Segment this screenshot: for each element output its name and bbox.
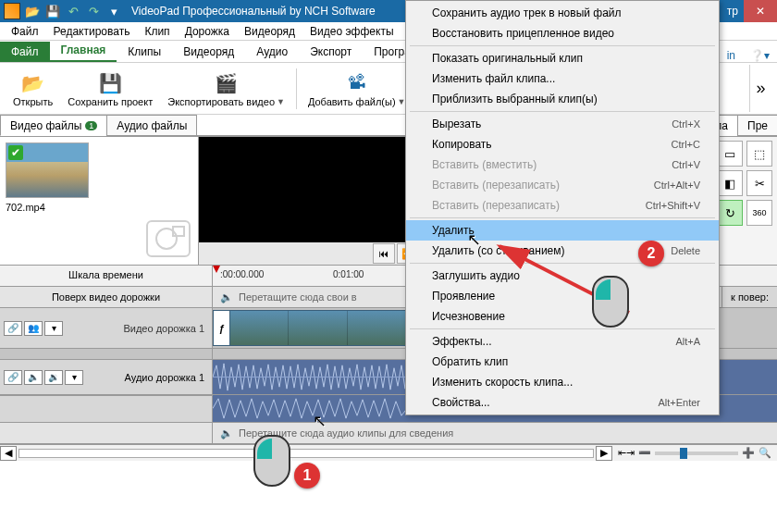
- ctx-show-orig[interactable]: Показать оригинальный клип: [406, 48, 719, 68]
- scroll-track[interactable]: [18, 449, 594, 458]
- audio-drop-row: 🔈 Перетащите сюда аудио клипы для сведен…: [0, 423, 777, 444]
- export-label: Экспортировать видео: [167, 96, 275, 107]
- zoom-in-icon[interactable]: ➕: [742, 447, 755, 459]
- tab-file[interactable]: Файл: [0, 42, 50, 62]
- tab-home[interactable]: Главная: [50, 40, 117, 62]
- close-button[interactable]: ✕: [744, 0, 777, 22]
- scroll-right-button[interactable]: ▶: [596, 446, 612, 461]
- ctx-copy-shortcut: Ctrl+C: [672, 139, 700, 150]
- tool-c[interactable]: ◧: [717, 170, 743, 196]
- ctx-zoom-clip-label: Приблизить выбранный клип(ы): [432, 93, 598, 105]
- ctx-paste-fit[interactable]: Вставить (вместить)Ctrl+V: [406, 155, 719, 175]
- track-link-icon[interactable]: 🔗: [4, 321, 22, 336]
- ctx-save-audio[interactable]: Сохранить аудио трек в новый файл: [406, 3, 719, 23]
- qat-more-icon[interactable]: ▾: [105, 3, 122, 19]
- tab-sequence[interactable]: Видеоряд: [172, 42, 245, 62]
- menu-videofx[interactable]: Видео эффекты: [302, 23, 401, 40]
- track-fx-icon[interactable]: 👥: [24, 321, 43, 336]
- audio-expand-icon[interactable]: ▾: [65, 370, 83, 385]
- ctx-cut-label: Вырезать: [432, 118, 481, 130]
- export-icon: 🎬: [214, 70, 240, 96]
- tool-a[interactable]: ▭: [717, 141, 743, 167]
- ctx-reverse[interactable]: Обратить клип: [406, 352, 719, 372]
- title-suffix: тр: [727, 5, 744, 18]
- linkedin-icon[interactable]: in: [720, 49, 743, 62]
- side-tools: ▭ ⬚ ◧ ✂ ↻ 360: [712, 137, 777, 265]
- mouse-marker-2: [592, 276, 629, 328]
- ctx-props[interactable]: Свойства...Alt+Enter: [406, 392, 719, 413]
- audio-solo-icon[interactable]: 🔉: [44, 370, 63, 385]
- save-project-button[interactable]: 💾 Сохранить проект: [60, 68, 160, 109]
- scroll-left-button[interactable]: ◀: [0, 446, 17, 461]
- clip-fx-button[interactable]: ƒ: [214, 311, 230, 345]
- add-files-button[interactable]: 📽 Добавить файл(ы)▼: [301, 68, 413, 109]
- tab-export[interactable]: Экспорт: [299, 42, 363, 62]
- tab-video-files[interactable]: Видео файлы 1: [0, 115, 107, 136]
- ctx-zoom-clip[interactable]: Приблизить выбранный клип(ы): [406, 89, 719, 109]
- ctx-restore-video[interactable]: Восстановить прицепленное видео: [406, 23, 719, 43]
- ctx-show-orig-label: Показать оригинальный клип: [432, 52, 583, 65]
- open-label: Открыть: [13, 96, 53, 107]
- qat-open-icon[interactable]: 📂: [24, 3, 41, 19]
- menu-clip[interactable]: Клип: [137, 23, 177, 40]
- save-icon: 💾: [97, 70, 123, 96]
- ctx-speed-label: Изменить скорость клипа...: [432, 376, 573, 389]
- video-clip[interactable]: ƒ: [213, 310, 407, 346]
- menu-track[interactable]: Дорожка: [178, 23, 237, 40]
- open-button[interactable]: 📂 Открыть: [6, 68, 60, 109]
- export-video-button[interactable]: 🎬 Экспортировать видео▼: [160, 68, 292, 109]
- track-expand-icon[interactable]: ▾: [44, 321, 63, 336]
- ctx-effects-shortcut: Alt+A: [675, 336, 700, 347]
- menu-file[interactable]: Файл: [4, 23, 46, 40]
- ribbon-expand-icon[interactable]: »: [749, 65, 771, 112]
- fit-icon[interactable]: ⇤⇥: [618, 447, 635, 459]
- qat: 📂 💾 ↶ ↷ ▾: [0, 3, 126, 19]
- qat-undo-icon[interactable]: ↶: [65, 3, 81, 19]
- ctx-speed[interactable]: Изменить скорость клипа...: [406, 372, 719, 392]
- media-bin: ✔ 702.mp4: [0, 137, 199, 265]
- add-label: Добавить файл(ы): [308, 96, 396, 107]
- ctx-props-shortcut: Alt+Enter: [658, 397, 700, 408]
- overlay-drop-text: Перетащите сюда свои в: [239, 291, 357, 303]
- zoom-out-icon[interactable]: ➖: [638, 447, 651, 459]
- ctx-paste-over-shortcut: Ctrl+Alt+V: [654, 179, 700, 191]
- qat-redo-icon[interactable]: ↷: [85, 3, 102, 19]
- ctx-ripple-delete-shortcut: Delete: [671, 245, 700, 256]
- menu-sequence[interactable]: Видеоряд: [237, 23, 302, 40]
- qat-save-icon[interactable]: 💾: [44, 3, 61, 19]
- tab-preview2[interactable]: Пре: [737, 115, 777, 136]
- ctx-paste-over2-shortcut: Ctrl+Shift+V: [646, 200, 700, 211]
- help-dropdown-icon[interactable]: ❔▾: [743, 49, 777, 62]
- ctx-paste-over2-label: Вставить (перезаписать): [432, 199, 560, 212]
- ctx-delete[interactable]: Удалить: [406, 220, 719, 241]
- mouse-marker-1: [253, 435, 290, 487]
- tool-b[interactable]: ⬚: [746, 141, 772, 167]
- tab-audio-files[interactable]: Аудио файлы: [106, 115, 197, 136]
- tab-audio-files-label: Аудио файлы: [117, 119, 187, 132]
- app-icon: [4, 3, 20, 19]
- audio-mute-icon[interactable]: 🔈: [24, 370, 43, 385]
- zoom-fit-icon[interactable]: 🔍: [758, 447, 771, 459]
- audio-drop-area[interactable]: 🔈 Перетащите сюда аудио клипы для сведен…: [213, 423, 777, 443]
- zoom-slider[interactable]: [655, 452, 738, 455]
- tool-360[interactable]: 360: [746, 200, 772, 226]
- overlay-right-hint: к повер:: [722, 287, 777, 307]
- tool-refresh[interactable]: ↻: [717, 200, 743, 226]
- ctx-change-file[interactable]: Изменить файл клипа...: [406, 68, 719, 89]
- ctx-fade-in-label: Проявление: [432, 290, 495, 303]
- ctx-paste-over[interactable]: Вставить (перезаписать)Ctrl+Alt+V: [406, 175, 719, 195]
- tab-preview2-label: Пре: [747, 119, 768, 132]
- menu-edit[interactable]: Редактировать: [46, 23, 138, 40]
- tab-audio[interactable]: Аудио: [245, 42, 299, 62]
- ctx-restore-video-label: Восстановить прицепленное видео: [432, 27, 614, 40]
- playhead-icon[interactable]: [213, 266, 220, 273]
- tool-d[interactable]: ✂: [746, 170, 772, 196]
- ctx-copy[interactable]: КопироватьCtrl+C: [406, 134, 719, 155]
- clip-thumbnail[interactable]: ✔: [6, 142, 89, 198]
- goto-start-button[interactable]: ⏮: [373, 243, 395, 264]
- ctx-cut[interactable]: ВырезатьCtrl+X: [406, 114, 719, 134]
- ctx-paste-over2[interactable]: Вставить (перезаписать)Ctrl+Shift+V: [406, 195, 719, 216]
- tab-clips[interactable]: Клипы: [117, 42, 172, 62]
- ctx-effects[interactable]: Эффекты...Alt+A: [406, 331, 719, 352]
- audio-link-icon[interactable]: 🔗: [4, 370, 22, 385]
